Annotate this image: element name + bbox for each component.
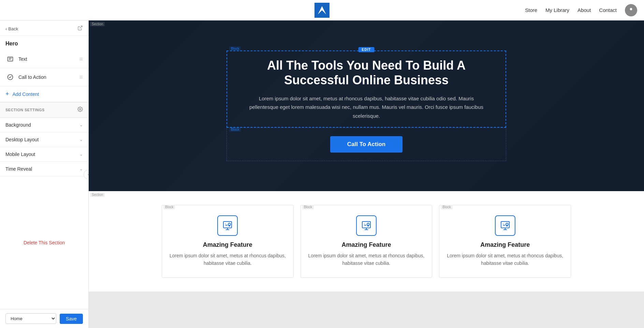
feature-1-text: Lorem ipsum dolor sit amet, metus at rho…: [169, 252, 287, 267]
external-link-icon[interactable]: [77, 25, 83, 32]
add-content-button[interactable]: + Add Content: [0, 86, 88, 102]
gear-icon[interactable]: [77, 106, 83, 113]
feature-3-block-label: Block: [441, 205, 452, 209]
mobile-layout-label: Mobile Layout: [5, 152, 35, 157]
feature-1-icon: [217, 215, 238, 236]
feature-block-1: Block Amazing Feature Lorem ipsum dolor …: [162, 205, 294, 278]
nav-link-contact[interactable]: Contact: [599, 7, 617, 13]
feature-3-icon: [495, 215, 515, 236]
time-reveal-label: Time Reveal: [5, 166, 32, 172]
delete-section-area: Delete This Section: [0, 234, 88, 251]
sidebar-item-text[interactable]: Text ≡: [0, 50, 88, 68]
save-button[interactable]: Save: [60, 314, 83, 324]
chevron-left-icon: ‹: [5, 26, 7, 31]
background-label: Background: [5, 122, 31, 128]
block-label-top: Block: [229, 46, 241, 51]
accordion-mobile-layout[interactable]: Mobile Layout ⌄: [0, 147, 88, 162]
back-button[interactable]: ‹ Back: [5, 26, 18, 31]
logo[interactable]: [314, 3, 330, 18]
nav-link-my-library[interactable]: My Library: [545, 7, 569, 13]
feature-1-block-label: Block: [163, 205, 175, 209]
hero-body: Lorem ipsum dolor sit amet, metus at rho…: [247, 94, 486, 120]
avatar[interactable]: [625, 4, 637, 16]
text-item-label: Text: [18, 56, 76, 62]
feature-1-title: Amazing Feature: [169, 241, 287, 248]
hero-section-label: Section: [90, 22, 105, 26]
hero-cta-block: Call To Action: [226, 128, 506, 161]
hero-content: Block EDIT All The Tools You Need To Bui…: [220, 44, 513, 168]
hero-text-block[interactable]: Block EDIT All The Tools You Need To Bui…: [226, 51, 506, 128]
feature-3-title: Amazing Feature: [446, 241, 564, 248]
feature-2-icon: [356, 215, 377, 236]
canvas-area: Section Block EDIT All The Tools You Nee…: [89, 20, 644, 328]
svg-point-8: [79, 109, 81, 110]
feature-2-title: Amazing Feature: [308, 241, 425, 248]
section-title: Hero: [0, 36, 88, 50]
text-icon: [5, 54, 15, 64]
feature-block-2: Block Amazing Feature Lorem ipsum dolor …: [301, 205, 433, 278]
sidebar-item-cta[interactable]: Call to Action ≡: [0, 68, 88, 86]
feature-block-3: Block Amazing Feature Lorem ipsum dolor …: [439, 205, 571, 278]
features-section-label: Section: [90, 192, 105, 197]
sidebar-collapse-toggle[interactable]: ‹: [84, 170, 89, 179]
hero-section: Section Block EDIT All The Tools You Nee…: [89, 20, 644, 191]
chevron-down-icon-background: ⌄: [79, 123, 83, 127]
section-settings-label: SECTION SETTINGS: [5, 108, 45, 112]
navbar: Store My Library About Contact: [0, 0, 644, 20]
main-layout: ‹ Back Hero Text ≡ Call to Action ≡: [0, 20, 644, 328]
accordion-time-reveal[interactable]: Time Reveal ⌄: [0, 162, 88, 176]
drag-handle-cta[interactable]: ≡: [79, 74, 83, 81]
delete-section-button[interactable]: Delete This Section: [24, 240, 65, 245]
feature-2-block-label: Block: [302, 205, 314, 209]
cta-button[interactable]: Call To Action: [330, 136, 402, 153]
svg-point-11: [228, 223, 231, 226]
desktop-layout-label: Desktop Layout: [5, 137, 39, 142]
accordion-desktop-layout[interactable]: Desktop Layout ⌄: [0, 132, 88, 147]
feature-3-text: Lorem ipsum dolor sit amet, metus at rho…: [446, 252, 564, 267]
chevron-down-icon-time: ⌄: [79, 167, 83, 171]
hero-title: All The Tools You Need To Build A Succes…: [234, 58, 499, 87]
sidebar: ‹ Back Hero Text ≡ Call to Action ≡: [0, 20, 89, 328]
chevron-down-icon-desktop: ⌄: [79, 137, 83, 142]
svg-line-3: [80, 26, 82, 28]
cta-icon: [5, 72, 15, 82]
plus-icon: +: [5, 90, 9, 98]
accordion-background[interactable]: Background ⌄: [0, 118, 88, 132]
features-section: Section Block Amazing Feature Lorem ipsu…: [89, 191, 644, 291]
back-label: Back: [8, 26, 18, 31]
svg-point-14: [367, 223, 369, 226]
svg-point-17: [506, 223, 508, 226]
page-select[interactable]: Home: [5, 313, 56, 324]
nav-link-store[interactable]: Store: [525, 7, 537, 13]
chevron-down-icon-mobile: ⌄: [79, 152, 83, 157]
navbar-links: Store My Library About Contact: [525, 4, 637, 16]
drag-handle-text[interactable]: ≡: [79, 56, 83, 63]
sidebar-header: ‹ Back: [0, 20, 88, 36]
sidebar-footer: Home Save: [0, 309, 88, 328]
edit-badge: EDIT: [358, 47, 375, 52]
features-grid: Block Amazing Feature Lorem ipsum dolor …: [162, 205, 571, 278]
feature-2-text: Lorem ipsum dolor sit amet, metus at rho…: [308, 252, 425, 267]
svg-point-2: [630, 8, 632, 10]
add-content-label: Add Content: [13, 91, 39, 97]
section-settings-header: SECTION SETTINGS: [0, 102, 88, 118]
nav-link-about[interactable]: About: [577, 7, 591, 13]
cta-item-label: Call to Action: [18, 74, 76, 80]
